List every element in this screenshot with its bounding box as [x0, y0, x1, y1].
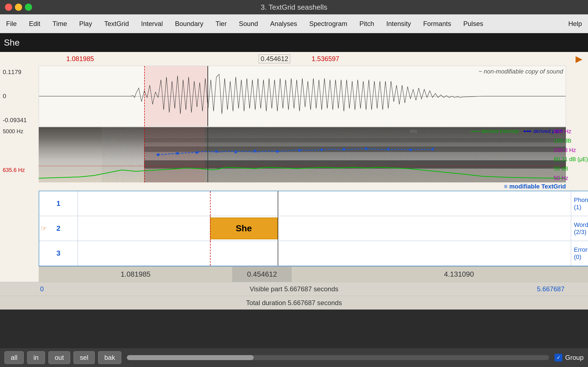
textgrid-area: 1 Phone (1) ☞ 2 She	[39, 191, 588, 266]
menu-pulses[interactable]: Pulses	[457, 14, 489, 33]
spec-left-boundary	[144, 127, 145, 182]
legend-intensity: derived intensity	[471, 128, 519, 134]
dashed-freq-line	[39, 166, 566, 166]
menu-analyses[interactable]: Analyses	[264, 14, 303, 33]
scale-230hz: 230.8 Hz	[554, 147, 588, 153]
spectrogram-display[interactable]	[39, 127, 566, 182]
tier-1-label: Phone (1)	[571, 191, 588, 216]
main-content: 1.081985 0.454612 1.536597 ▶ 0.1179 0 -0…	[0, 52, 588, 310]
btn-out[interactable]: out	[48, 351, 70, 364]
close-button[interactable]	[5, 4, 12, 11]
window-title: 3. TextGrid seashells	[261, 3, 327, 12]
menu-file[interactable]: File	[0, 14, 23, 33]
bottom-toolbar: all in out sel bak ✓ Group	[0, 348, 588, 367]
scale-60db: 60.31 dB (μE)	[554, 156, 588, 162]
group-area: ✓ Group	[555, 354, 584, 361]
group-label: Group	[565, 354, 584, 361]
menu-formants[interactable]: Formants	[417, 14, 457, 33]
tier-2-word[interactable]: ☞ 2 She Word (2/3)	[39, 216, 588, 241]
time-right-cell: 4.131090	[292, 267, 588, 282]
modifiable-textgrid-label: ≡ modifiable TextGrid	[504, 183, 566, 190]
group-checkbox[interactable]: ✓	[555, 354, 562, 361]
tier-1-number: 1	[39, 191, 78, 216]
scale-50hz: 50 Hz	[554, 175, 588, 181]
play-button[interactable]: ▶	[576, 54, 582, 64]
menu-pitch[interactable]: Pitch	[353, 14, 380, 33]
time-display-bar: 1.081985 0.454612 4.131090	[39, 266, 588, 282]
visible-end-label: 5.667687	[537, 285, 565, 293]
freq-top-label: 5000 Hz	[3, 128, 23, 135]
legend-spectrogram: derived spectrogram	[410, 128, 467, 134]
modifiable-label-text: ≡ modifiable TextGrid	[504, 183, 566, 190]
time-center-cell: 0.454612	[233, 267, 292, 282]
intensity-curve	[39, 127, 566, 182]
visible-center-label: Visible part 5.667687 seconds	[250, 285, 338, 293]
maximize-button[interactable]	[25, 4, 32, 11]
menu-edit[interactable]: Edit	[23, 14, 46, 33]
she-word-block[interactable]: She	[210, 217, 277, 239]
tier-1-content[interactable]	[78, 191, 571, 216]
visible-start-label: 0	[40, 285, 44, 293]
minimize-button[interactable]	[15, 4, 22, 11]
dashed-freq-label: 635.6 Hz	[3, 167, 25, 173]
current-word-text: She	[4, 38, 20, 48]
waveform-zero-label: 0	[3, 93, 6, 100]
btn-sel[interactable]: sel	[74, 351, 95, 364]
waveform-top-label: 0.1179	[3, 69, 21, 76]
window-controls	[5, 4, 32, 11]
non-modifiable-label: ~ non-modifiable copy of sound	[479, 68, 563, 75]
total-duration-bar: Total duration 5.667687 seconds	[0, 296, 588, 310]
menu-boundary[interactable]: Boundary	[169, 14, 209, 33]
btn-in[interactable]: in	[27, 351, 45, 364]
time-left-cell: 1.081985	[39, 267, 233, 282]
menu-sound[interactable]: Sound	[233, 14, 264, 33]
tier-2-label: Word (2/3)	[571, 216, 588, 241]
menu-play[interactable]: Play	[73, 14, 98, 33]
menu-spectrogram[interactable]: Spectrogram	[303, 14, 353, 33]
svg-point-4	[527, 130, 528, 132]
scrollbar[interactable]	[127, 355, 549, 360]
visible-part-bar: 0 Visible part 5.667687 seconds 5.667687	[0, 282, 588, 296]
time-ruler: 1.081985 0.454612 1.536597 ▶	[0, 52, 588, 66]
menu-textgrid[interactable]: TextGrid	[98, 14, 135, 33]
current-word-bar: She	[0, 33, 588, 52]
tier-2-content[interactable]: She	[78, 216, 571, 241]
tier-3-errors[interactable]: 3 Errors (0)	[39, 241, 588, 266]
scale-50db: 50 dB	[554, 166, 588, 172]
time-right-marker: 1.536597	[312, 55, 339, 63]
tier-3-label: Errors (0)	[571, 241, 588, 266]
tier-3-number: 3	[39, 241, 78, 266]
waveform-bottom-label: -0.09341	[3, 117, 27, 124]
scrollbar-thumb[interactable]	[127, 355, 253, 360]
tier-3-content[interactable]	[78, 241, 571, 266]
svg-point-5	[529, 130, 531, 132]
spectrogram-legend: derived spectrogram derived intensity de…	[410, 128, 563, 134]
menu-time[interactable]: Time	[46, 14, 73, 33]
titlebar: 3. TextGrid seashells	[0, 0, 588, 14]
spec-right-boundary	[208, 127, 208, 182]
current-tier-indicator: ☞	[41, 225, 47, 232]
svg-rect-0	[410, 130, 417, 133]
time-center-marker: 0.454612	[259, 54, 290, 63]
btn-bak[interactable]: bak	[98, 351, 122, 364]
menu-interval[interactable]: Interval	[135, 14, 169, 33]
menu-tier[interactable]: Tier	[209, 14, 233, 33]
total-duration-label: Total duration 5.667687 seconds	[246, 299, 342, 307]
btn-all[interactable]: all	[4, 351, 24, 364]
svg-point-3	[524, 130, 526, 132]
menu-help[interactable]: Help	[562, 14, 588, 33]
time-left-marker: 1.081985	[66, 55, 94, 63]
scale-100db: 100 dB	[554, 138, 588, 144]
menubar: File Edit Time Play TextGrid Interval Bo…	[0, 14, 588, 33]
tier-1-phone[interactable]: 1 Phone (1)	[39, 191, 588, 216]
scale-800hz: 800 Hz	[554, 128, 588, 135]
menu-intensity[interactable]: Intensity	[380, 14, 417, 33]
